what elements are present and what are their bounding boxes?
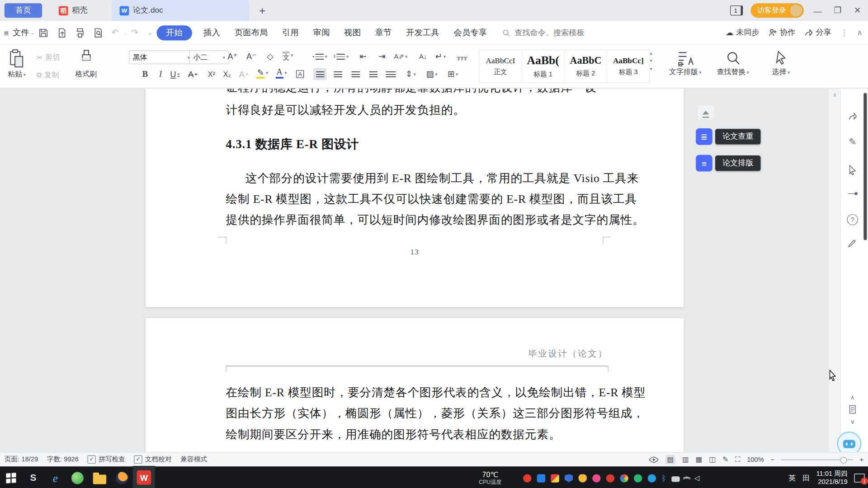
gallery-more-icon[interactable]: ▾ [650, 66, 653, 71]
paste-chevron-icon[interactable]: ▾ [23, 72, 26, 77]
volume-icon[interactable]: ◁ [694, 474, 699, 482]
undo-icon[interactable]: ↶ [112, 28, 118, 38]
notification-center-icon[interactable]: 1 [854, 474, 864, 483]
cut-button[interactable]: ✂ 剪切 [37, 52, 60, 62]
restore-button[interactable]: ❐ [831, 5, 844, 15]
prev-page-icon[interactable]: ∧ [841, 394, 864, 401]
tray-icon-chrome[interactable] [620, 474, 628, 482]
wifi-icon[interactable]: ⸨ [683, 476, 692, 479]
web-view-button[interactable]: ▦ [696, 455, 703, 464]
shading-button[interactable]: ▨▾ [425, 68, 438, 80]
paste-button[interactable]: 粘贴▾ [8, 49, 26, 79]
bluetooth-icon[interactable]: ᛒ [661, 474, 666, 483]
tab-home[interactable]: 开始 [156, 25, 192, 40]
tab-references[interactable]: 引用 [275, 21, 306, 44]
assistant-collapse-button[interactable] [698, 105, 714, 120]
ime-indicator[interactable]: 英 [788, 473, 796, 483]
vertical-scrollbar[interactable]: ∧ [829, 89, 841, 452]
font-name-select[interactable]: 黑体▾ [129, 50, 193, 64]
document-page-14[interactable]: 毕业设计（论文） 在绘制 E-R 模型图时，要分清楚各个图形代表的含义，以免绘制… [146, 318, 684, 452]
collaborate-button[interactable]: 协作 [768, 28, 795, 38]
eye-protect-icon[interactable] [649, 456, 659, 463]
handwrite-icon[interactable] [841, 238, 864, 251]
share-doc-icon[interactable] [841, 112, 864, 124]
copy-button[interactable]: ⧉ 复制 [37, 70, 59, 80]
edit-pen-icon[interactable]: ✎ [841, 136, 864, 148]
file-chevron-icon[interactable]: ⌄ [30, 30, 34, 35]
close-button[interactable]: ✕ [851, 5, 863, 15]
help-icon[interactable]: ? [841, 214, 864, 225]
page-view-button[interactable]: ▤ [665, 455, 675, 465]
tray-icon-tv[interactable] [537, 474, 545, 482]
sync-status[interactable]: ☁ 未同步 [726, 28, 760, 38]
start-button[interactable] [0, 466, 22, 488]
tray-icon-netease[interactable] [551, 474, 559, 482]
print-preview-icon[interactable] [93, 28, 104, 38]
sort-icon[interactable]: A↓ [416, 50, 429, 62]
tray-icon-blue[interactable] [648, 474, 656, 482]
char-border-icon[interactable]: A [293, 68, 307, 80]
taskbar-app-explorer[interactable] [89, 466, 111, 488]
paper-check-button[interactable]: ≣ 论文查重 [696, 128, 760, 145]
tray-icon-red[interactable] [523, 474, 531, 482]
subscript-button[interactable]: X₂ [220, 68, 233, 80]
clock[interactable]: 11:01 周四 2021/8/19 [816, 470, 848, 487]
select-button[interactable]: 选择▾ [769, 50, 794, 77]
align-center-button[interactable] [331, 68, 344, 80]
bold-button[interactable]: B [138, 68, 151, 80]
redo-icon[interactable]: ↷ [132, 28, 138, 38]
highlight-color-button[interactable]: ✎▾ [256, 67, 269, 79]
find-replace-button[interactable]: 查找替换▾ [715, 50, 750, 77]
strikethrough-button[interactable]: A▾ [186, 68, 199, 80]
save-icon[interactable] [38, 28, 49, 38]
increase-indent-icon[interactable]: ⇥ [375, 50, 388, 62]
tray-icon-keyboard[interactable] [672, 476, 680, 482]
new-tab-button[interactable]: + [259, 4, 265, 17]
document-area[interactable]: 证程序的稳定运行，所有的动静都是靠数据库的优化设计，数据库一设 计得良好是可以减… [0, 89, 868, 452]
tab-member[interactable]: 会员专享 [447, 21, 494, 44]
borders-button[interactable]: ⊞▾ [446, 68, 459, 80]
document-page-13[interactable]: 证程序的稳定运行，所有的动静都是靠数据库的优化设计，数据库一设 计得良好是可以减… [146, 89, 684, 307]
search-input[interactable] [514, 28, 599, 38]
zoom-slider-thumb[interactable] [840, 457, 847, 464]
underline-button[interactable]: U▾ [168, 68, 181, 80]
more-menu-icon[interactable]: ⋮ [840, 28, 848, 37]
style-heading3[interactable]: AaBbCc] 标题 3 [607, 50, 649, 82]
line-spacing-button[interactable]: ⇕▾ [404, 68, 417, 80]
undo-chevron-icon[interactable]: ⌄ [123, 30, 127, 35]
tab-ruler-icon[interactable]: ╥╥╥ [455, 50, 468, 62]
increase-font-button[interactable]: A⁺ [226, 50, 239, 62]
select-tool-icon[interactable] [841, 165, 864, 178]
cpu-temp-widget[interactable]: 70℃ CPU温度 [479, 471, 501, 485]
number-list-button[interactable]: 1▾ [335, 50, 348, 62]
tray-icon-shield[interactable] [565, 474, 573, 482]
export-icon[interactable] [57, 28, 67, 38]
taskbar-app-firefox[interactable] [111, 466, 133, 488]
hamburger-icon[interactable]: ≡ [4, 28, 9, 38]
tray-icon-green[interactable] [634, 474, 642, 482]
taskbar-app-wps[interactable]: W [133, 466, 155, 488]
italic-button[interactable]: I [154, 68, 167, 80]
align-justify-button[interactable] [367, 68, 380, 80]
text-layout-button[interactable]: 文字排版▾ [668, 50, 703, 77]
share-button[interactable]: 分享 [804, 28, 831, 38]
collapse-ribbon-icon[interactable]: ∧ [857, 28, 863, 37]
wrap-mark-icon[interactable]: ↵▾ [434, 50, 447, 62]
window-count-icon[interactable]: 1 [730, 5, 743, 15]
pinyin-guide-icon[interactable]: wén文▾ [281, 49, 294, 61]
style-normal[interactable]: AaBbCcI 正文 [479, 50, 522, 82]
gallery-up-icon[interactable]: ▴ [650, 50, 653, 56]
tab-page-layout[interactable]: 页面布局 [227, 21, 275, 44]
minimize-button[interactable]: — [811, 6, 824, 15]
tab-review[interactable]: 审阅 [306, 21, 337, 44]
zoom-in-button[interactable]: + [860, 455, 864, 463]
taskbar-app-ie[interactable]: e [44, 466, 66, 488]
print-icon[interactable] [75, 28, 85, 38]
style-heading1[interactable]: AaBb( 标题 1 [522, 50, 565, 82]
page-nav-icon[interactable] [841, 405, 864, 417]
taskbar-app-snip[interactable]: S [22, 466, 44, 488]
tray-icon-red2[interactable] [606, 474, 614, 482]
superscript-button[interactable]: X² [205, 68, 218, 80]
tab-dev-tools[interactable]: 开发工具 [399, 21, 446, 44]
ai-assistant-button[interactable] [837, 432, 861, 452]
